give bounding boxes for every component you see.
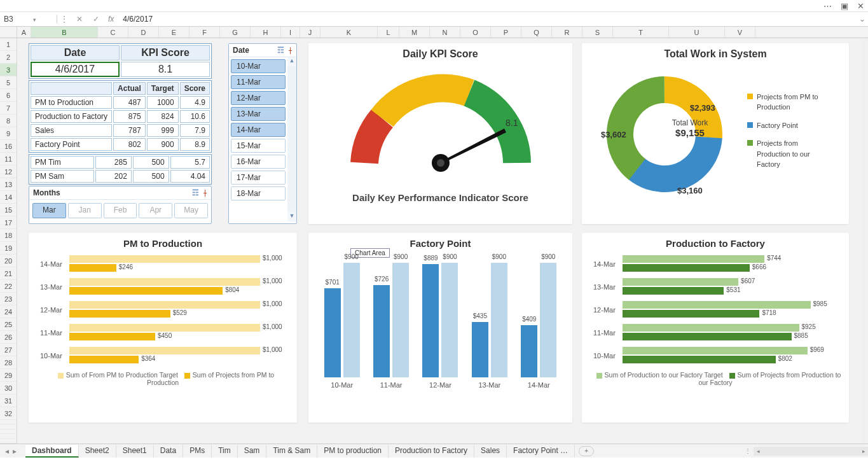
date-item-15-mar[interactable]: 15-Mar bbox=[231, 139, 286, 153]
column-header-K[interactable]: K bbox=[320, 27, 378, 38]
cell-label[interactable]: PM Sam bbox=[31, 170, 94, 183]
multiselect-icon[interactable]: ☶ bbox=[277, 46, 284, 55]
chevron-down-icon[interactable]: ▾ bbox=[15, 17, 36, 23]
sheet-tab-tim[interactable]: Tim bbox=[212, 445, 238, 458]
month-item-jan[interactable]: Jan bbox=[68, 203, 102, 218]
formula-input[interactable]: 4/6/2017 bbox=[118, 15, 857, 24]
row-header-9[interactable]: 9 bbox=[0, 127, 17, 140]
date-item-11-mar[interactable]: 11-Mar bbox=[231, 75, 286, 89]
cell-target[interactable]: 900 bbox=[147, 138, 179, 151]
row-header-5[interactable]: 5 bbox=[0, 76, 17, 89]
cell-target[interactable]: 500 bbox=[133, 170, 169, 183]
column-header-E[interactable]: E bbox=[159, 27, 189, 38]
row-header-14[interactable]: 14 bbox=[0, 191, 17, 204]
row-header-6[interactable]: 6 bbox=[0, 89, 17, 102]
sheet-tab-sam[interactable]: Sam bbox=[238, 445, 267, 458]
column-header-A[interactable]: A bbox=[17, 27, 31, 38]
column-header-F[interactable]: F bbox=[189, 27, 220, 38]
date-item-18-mar[interactable]: 18-Mar bbox=[231, 186, 286, 200]
sheet-tab-sheet1[interactable]: Sheet1 bbox=[116, 445, 154, 458]
add-sheet-button[interactable]: + bbox=[579, 446, 594, 456]
sheet-tab-sales[interactable]: Sales bbox=[474, 445, 507, 458]
cell-label[interactable]: PM to Production bbox=[31, 96, 112, 109]
cell-label[interactable]: PM Tim bbox=[31, 156, 94, 169]
date-item-14-mar[interactable]: 14-Mar bbox=[231, 123, 286, 137]
row-header-27[interactable]: 27 bbox=[0, 344, 17, 356]
cell-score[interactable]: 7.9 bbox=[180, 124, 210, 137]
row-header-2[interactable]: 2 bbox=[0, 51, 17, 64]
row-header-18[interactable]: 18 bbox=[0, 229, 17, 242]
pm-to-production-chart-card[interactable]: PM to Production 14-Mar$1,000$24613-Mar$… bbox=[29, 233, 297, 423]
row-header-13[interactable]: 13 bbox=[0, 178, 17, 191]
sheet-tab-factory-point-[interactable]: Factory Point … bbox=[507, 445, 575, 458]
row-header-8[interactable]: 8 bbox=[0, 115, 17, 127]
vertical-scrollbar[interactable] bbox=[862, 38, 868, 444]
row-header-15[interactable]: 15 bbox=[0, 204, 17, 216]
sheet-tab-sheet2[interactable]: Sheet2 bbox=[79, 445, 116, 458]
month-item-may[interactable]: May bbox=[174, 203, 208, 218]
cell-actual[interactable]: 802 bbox=[113, 138, 146, 151]
cancel-icon[interactable]: ✕ bbox=[71, 15, 88, 24]
column-header-H[interactable]: H bbox=[251, 27, 281, 38]
column-header-J[interactable]: J bbox=[300, 27, 320, 38]
row-header-32[interactable]: 32 bbox=[0, 407, 17, 420]
cell-label[interactable]: Sales bbox=[31, 124, 112, 137]
row-header-3[interactable]: 3 bbox=[0, 64, 17, 76]
cell-score[interactable]: 5.7 bbox=[170, 156, 210, 169]
production-to-factory-chart-card[interactable]: Production to Factory 14-Mar$744$66613-M… bbox=[582, 233, 849, 423]
row-header-22[interactable]: 22 bbox=[0, 280, 17, 293]
column-header-O[interactable]: O bbox=[460, 27, 491, 38]
column-header-G[interactable]: G bbox=[220, 27, 251, 38]
row-header-12[interactable]: 12 bbox=[0, 165, 17, 178]
factory-point-chart-card[interactable]: Chart Area Factory Point $701$900$726$90… bbox=[308, 233, 572, 423]
next-sheet-icon[interactable]: ▸ bbox=[13, 447, 17, 456]
cell-score[interactable]: 10.6 bbox=[180, 110, 210, 123]
date-item-16-mar[interactable]: 16-Mar bbox=[231, 155, 286, 169]
selected-cell-b3[interactable]: 4/6/2017 bbox=[31, 62, 120, 77]
column-header-M[interactable]: M bbox=[399, 27, 430, 38]
row-header-30[interactable]: 30 bbox=[0, 382, 17, 395]
row-header-28[interactable]: 28 bbox=[0, 356, 17, 369]
column-header-T[interactable]: T bbox=[613, 27, 669, 38]
sheet-tab-data[interactable]: Data bbox=[154, 445, 183, 458]
sheet-tab-dashboard[interactable]: Dashboard bbox=[25, 445, 79, 458]
cell-actual[interactable]: 487 bbox=[113, 96, 146, 109]
cell-label[interactable]: Production to Factory bbox=[31, 110, 112, 123]
close-icon[interactable]: ✕ bbox=[857, 1, 864, 11]
month-item-apr[interactable]: Apr bbox=[139, 203, 172, 218]
ribbon-toggle-icon[interactable]: ▣ bbox=[841, 1, 848, 11]
column-header-C[interactable]: C bbox=[98, 27, 128, 38]
multiselect-icon[interactable]: ☶ bbox=[192, 188, 199, 197]
horizontal-scrollbar[interactable]: ◂▸ bbox=[754, 447, 868, 456]
cell-target[interactable]: 824 bbox=[147, 110, 179, 123]
fx-icon[interactable]: fx bbox=[104, 15, 118, 24]
row-header-29[interactable]: 29 bbox=[0, 369, 17, 382]
month-item-mar[interactable]: Mar bbox=[32, 203, 66, 218]
expand-formula-icon[interactable]: ⌄ bbox=[857, 15, 868, 24]
column-header-R[interactable]: R bbox=[552, 27, 582, 38]
select-all-corner[interactable] bbox=[0, 27, 17, 38]
sheet-tab-pm-to-production[interactable]: PM to production bbox=[317, 445, 389, 458]
slicer-scrollbar[interactable]: ▲▼ bbox=[287, 57, 296, 221]
column-header-D[interactable]: D bbox=[128, 27, 159, 38]
column-header-P[interactable]: P bbox=[491, 27, 521, 38]
column-header-Q[interactable]: Q bbox=[521, 27, 552, 38]
date-slicer[interactable]: Date ☶ ⟊ 10-Mar11-Mar12-Mar13-Mar14-Mar1… bbox=[228, 43, 297, 224]
row-header-1[interactable]: 1 bbox=[0, 38, 17, 51]
name-box[interactable]: B3 ▾ bbox=[0, 15, 57, 24]
date-item-13-mar[interactable]: 13-Mar bbox=[231, 107, 286, 121]
row-header-26[interactable]: 26 bbox=[0, 331, 17, 344]
column-header-I[interactable]: I bbox=[281, 27, 300, 38]
kpi-summary-table[interactable]: Date KPI Score 4/6/2017 8.1 ActualTarget… bbox=[29, 43, 212, 185]
prev-sheet-icon[interactable]: ◂ bbox=[5, 447, 9, 456]
cell-actual[interactable]: 787 bbox=[113, 124, 146, 137]
accept-icon[interactable]: ✓ bbox=[88, 15, 104, 24]
month-item-feb[interactable]: Feb bbox=[104, 203, 137, 218]
worksheet-grid[interactable]: Date KPI Score 4/6/2017 8.1 ActualTarget… bbox=[17, 38, 868, 444]
cell-score[interactable]: 4.04 bbox=[170, 170, 210, 183]
clear-filter-icon[interactable]: ⟊ bbox=[288, 46, 293, 55]
column-header-V[interactable]: V bbox=[725, 27, 755, 38]
total-work-donut-card[interactable]: Total Work in System $2,393 $3,160 $3,60… bbox=[582, 43, 849, 224]
row-header-7[interactable]: 7 bbox=[0, 102, 17, 115]
row-header-25[interactable]: 25 bbox=[0, 318, 17, 331]
